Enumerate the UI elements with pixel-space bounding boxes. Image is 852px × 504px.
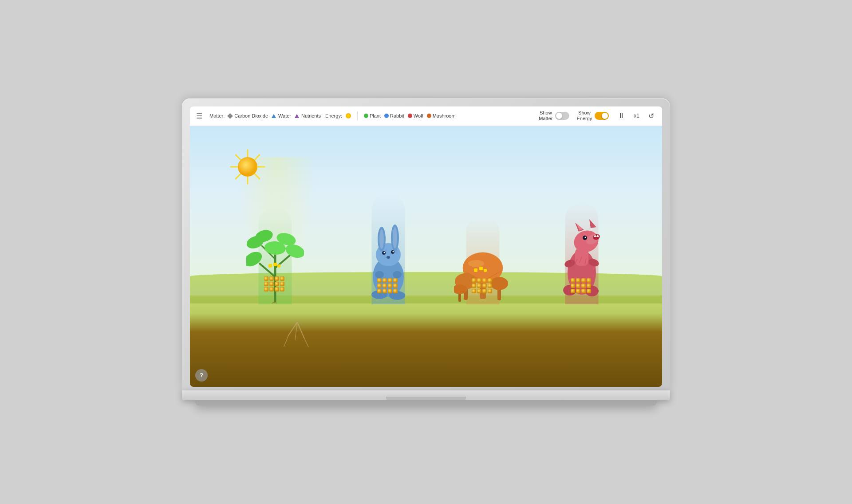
matter-legend: Matter: Carbon Dioxide Water Nutrients [209, 113, 321, 118]
nutrients-icon [295, 114, 299, 118]
svg-rect-78 [472, 278, 476, 283]
svg-rect-59 [393, 284, 398, 288]
wolf-dot [408, 114, 412, 118]
svg-rect-114 [581, 278, 586, 283]
svg-rect-122 [581, 289, 586, 293]
svg-point-102 [585, 236, 586, 238]
laptop-base [182, 390, 670, 400]
legend-divider-1 [357, 111, 358, 120]
show-matter-toggle[interactable] [555, 112, 569, 120]
mushroom-column[interactable] [454, 219, 512, 303]
svg-line-7 [236, 155, 241, 160]
nutrients-legend-item: Nutrients [295, 113, 321, 118]
show-energy-toggle[interactable] [595, 112, 609, 120]
mushroom-floating-coins [474, 265, 487, 277]
root-system [280, 322, 315, 350]
energy-legend: Energy: [325, 113, 351, 118]
water-label: Water [278, 113, 291, 118]
wolf-label: Wolf [414, 113, 423, 118]
app-container: ☰ Matter: Carbon Dioxide Water [190, 106, 662, 387]
svg-rect-63 [393, 289, 398, 293]
mushroom-legend-item: Mushroom [427, 113, 456, 118]
svg-rect-121 [576, 289, 580, 293]
plant-legend-item: Plant [364, 113, 381, 118]
sun [228, 147, 268, 187]
svg-rect-89 [488, 289, 492, 293]
svg-rect-36 [277, 264, 280, 268]
plant-energy-coins [264, 276, 287, 295]
svg-rect-113 [576, 278, 580, 283]
svg-rect-30 [264, 287, 268, 291]
rabbit-legend-item: Rabbit [384, 113, 404, 118]
svg-rect-27 [269, 282, 274, 286]
svg-rect-82 [472, 284, 476, 288]
svg-line-20 [275, 301, 280, 303]
svg-rect-86 [472, 289, 476, 293]
svg-line-3 [255, 173, 260, 178]
svg-rect-23 [269, 276, 274, 281]
wolf-legend-item: Wolf [408, 113, 423, 118]
water-icon [272, 114, 276, 118]
laptop-screen: ☰ Matter: Carbon Dioxide Water [190, 106, 662, 387]
show-energy-toggle-group: Show Energy [576, 110, 609, 122]
svg-rect-118 [581, 284, 586, 288]
svg-rect-87 [477, 289, 481, 293]
plant-column[interactable] [246, 215, 304, 303]
wolf-energy-coins [570, 278, 593, 297]
svg-rect-28 [275, 282, 279, 286]
laptop-foot [195, 400, 657, 406]
svg-rect-112 [571, 278, 575, 283]
help-button[interactable]: ? [195, 369, 208, 382]
svg-rect-81 [488, 278, 492, 283]
svg-line-1 [255, 155, 260, 160]
mushroom-dot [427, 114, 431, 118]
nutrients-label: Nutrients [301, 113, 321, 118]
plant-label: Plant [370, 113, 381, 118]
mushroom-label: Mushroom [433, 113, 456, 118]
show-matter-toggle-group: Show Matter [539, 110, 569, 122]
svg-point-46 [392, 251, 394, 252]
pause-button[interactable]: ⏸ [616, 111, 627, 121]
svg-rect-35 [273, 263, 277, 266]
mushroom-energy-coins [471, 278, 494, 297]
show-matter-label: Show Matter [539, 110, 552, 122]
wolf-column[interactable] [553, 215, 611, 303]
speed-label[interactable]: x1 [634, 113, 639, 119]
svg-rect-29 [280, 282, 284, 286]
svg-rect-31 [269, 287, 274, 291]
toolbar: ☰ Matter: Carbon Dioxide Water [190, 106, 662, 126]
svg-rect-120 [571, 289, 575, 293]
rabbit-dot [384, 114, 389, 118]
svg-rect-33 [280, 287, 284, 291]
toolbar-right: Show Matter Show Energy ⏸ x1 ↺ [539, 110, 656, 122]
svg-point-41 [379, 229, 384, 249]
water-legend-item: Water [272, 113, 291, 118]
matter-label: Matter: [209, 113, 225, 118]
svg-rect-61 [383, 289, 387, 293]
svg-rect-90 [474, 268, 477, 272]
svg-line-125 [297, 322, 304, 338]
plant-floating-coins [268, 262, 282, 272]
svg-rect-54 [388, 278, 392, 283]
svg-line-5 [236, 173, 241, 178]
svg-rect-85 [488, 284, 492, 288]
co2-label: Carbon Dioxide [234, 113, 268, 118]
menu-icon[interactable]: ☰ [196, 112, 202, 120]
svg-rect-116 [571, 284, 575, 288]
co2-legend-item: Carbon Dioxide [228, 113, 268, 118]
svg-rect-55 [393, 278, 398, 283]
svg-rect-62 [388, 289, 392, 293]
svg-rect-53 [383, 278, 387, 283]
reset-button[interactable]: ↺ [647, 111, 656, 121]
svg-rect-92 [484, 269, 487, 272]
screen-bezel: ☰ Matter: Carbon Dioxide Water [182, 98, 670, 390]
svg-rect-32 [275, 287, 279, 291]
ground-background [190, 295, 662, 387]
svg-rect-56 [377, 284, 382, 288]
show-energy-label: Show Energy [576, 110, 592, 122]
svg-point-47 [387, 256, 390, 259]
rabbit-label: Rabbit [390, 113, 404, 118]
rabbit-column[interactable] [357, 219, 419, 303]
svg-point-45 [383, 252, 385, 253]
svg-rect-25 [280, 276, 284, 281]
